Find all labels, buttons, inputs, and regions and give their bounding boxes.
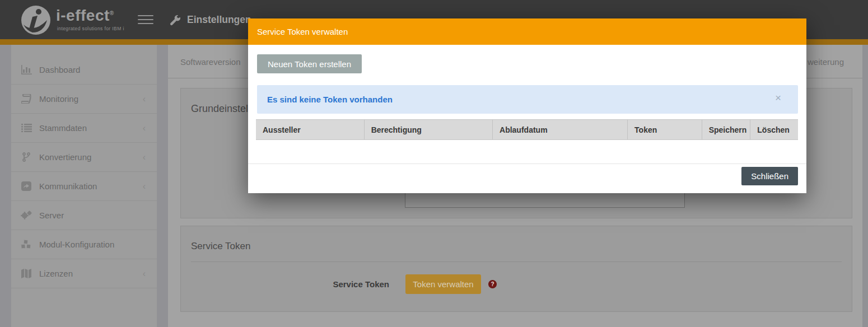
sidebar-item-modul-konfiguration[interactable]: Modul-Konfiguration: [11, 230, 157, 259]
chevron-left-icon: ‹: [143, 181, 146, 191]
panel-service-token: Service Token Service Token Token verwal…: [180, 226, 852, 312]
gears-icon: [20, 211, 33, 220]
sidebar-item-label: Modul-Konfiguration: [39, 240, 114, 249]
alert-close-icon[interactable]: ×: [775, 92, 781, 103]
modal-title: Service Token verwalten: [257, 27, 348, 36]
sidebar-item-dashboard[interactable]: Dashboard: [11, 55, 157, 85]
modal-header: Service Token verwalten: [248, 18, 806, 45]
wrench-icon: [169, 14, 181, 26]
column-header-speichern: Speichern: [702, 120, 750, 139]
sidebar-item-label: Server: [39, 211, 64, 220]
chart-bar-icon: [20, 65, 33, 74]
info-alert: Es sind keine Token vorhanden ×: [257, 85, 798, 114]
alert-message: Es sind keine Token vorhanden: [267, 95, 393, 104]
tab-softwareversion[interactable]: Softwareversion: [180, 45, 241, 78]
sidebar-item-lizenzen[interactable]: Lizenzen ‹: [11, 259, 157, 288]
column-header-berechtigung: Berechtigung: [364, 120, 492, 139]
sidebar-item-kommunikation[interactable]: Kommunikation ‹: [11, 172, 157, 201]
neuen-token-erstellen-button[interactable]: Neuen Token erstellen: [257, 54, 362, 73]
panel-divider: [191, 261, 842, 262]
list-icon: [20, 124, 33, 132]
nav-current-module[interactable]: Einstellungen: [169, 0, 251, 39]
modal-footer: Schließen: [248, 164, 806, 193]
sidebar-item-label: Konvertierung: [39, 152, 91, 162]
sidebar-item-label: Lizenzen: [39, 269, 73, 278]
panel-title: Service Token: [191, 241, 250, 252]
sidebar-item-label: Kommunikation: [39, 181, 97, 191]
sidebar-item-server[interactable]: Server: [11, 201, 157, 230]
service-token-modal: Service Token verwalten Neuen Token erst…: [248, 18, 806, 193]
registered-mark: ®: [110, 10, 114, 16]
brand-name: i-effect®: [56, 7, 114, 25]
nav-title-label: Einstellungen: [187, 14, 251, 26]
column-header-token: Token: [627, 120, 702, 139]
hamburger-menu-icon[interactable]: [138, 15, 153, 25]
chevron-left-icon: ‹: [143, 94, 146, 104]
token-verwalten-button[interactable]: Token verwalten: [405, 274, 481, 294]
brand-tagline: integrated solutions for IBM i: [57, 26, 124, 31]
sidebar-item-konvertierung[interactable]: Konvertierung ‹: [11, 143, 157, 172]
service-token-label: Service Token: [237, 279, 389, 289]
chevron-left-icon: ‹: [143, 269, 146, 279]
book-icon: [20, 94, 33, 104]
i-effect-logo-icon: [20, 4, 52, 36]
tab-erweiterung-partial[interactable]: weiterung: [808, 45, 844, 78]
sidebar-item-label: Monitoring: [39, 94, 78, 104]
app-root: i-effect® integrated solutions for IBM i…: [0, 0, 868, 327]
token-table-header-row: Aussteller Berechtigung Ablaufdatum Toke…: [256, 119, 798, 140]
sidebar: Dashboard Monitoring ‹ Stammdaten ‹ Konv…: [11, 45, 157, 327]
chevron-left-icon: ‹: [143, 123, 146, 133]
map-icon: [20, 269, 33, 278]
sidebar-item-label: Dashboard: [39, 65, 80, 74]
column-header-aussteller: Aussteller: [256, 120, 364, 139]
schliessen-button[interactable]: Schließen: [741, 167, 798, 185]
help-question-icon[interactable]: ?: [488, 280, 497, 288]
sidebar-item-monitoring[interactable]: Monitoring ‹: [11, 85, 157, 114]
share-icon: [20, 181, 33, 191]
chevron-left-icon: ‹: [143, 152, 146, 162]
sidebar-item-stammdaten[interactable]: Stammdaten ‹: [11, 114, 157, 143]
cubes-icon: [20, 240, 33, 249]
column-header-ablaufdatum: Ablaufdatum: [492, 120, 627, 139]
sidebar-item-label: Stammdaten: [39, 123, 87, 133]
code-branch-icon: [20, 152, 33, 162]
column-header-loeschen: Löschen: [750, 120, 798, 139]
